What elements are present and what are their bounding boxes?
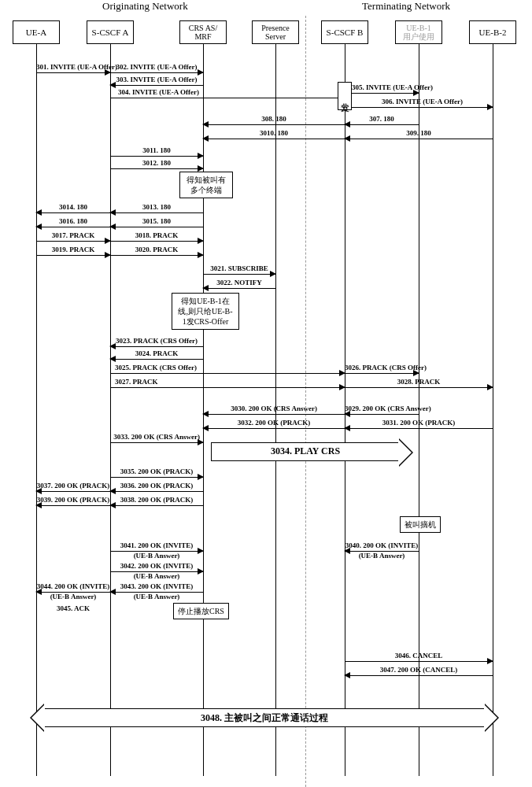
msg-3024: 3024. PRACK <box>110 351 203 360</box>
lane-ue-b-2: UE-B-2 <box>469 20 516 44</box>
msg-306: 306. INVITE (UE-A Offer) <box>352 99 493 109</box>
lane-crs-as-mrf: CRS AS/ MRF <box>179 20 227 44</box>
msg-309: 309. 180 <box>345 131 493 140</box>
msg-301: 301. INVITE (UE-A Offer) <box>36 65 110 74</box>
lifeline-ue-b-2 <box>493 44 493 776</box>
msg-3031: 3031. 200 OK (PRACK) <box>345 420 493 430</box>
msg-303: 303. INVITE (UE-A Offer) <box>110 77 203 87</box>
msg-307: 307. 180 <box>345 116 419 126</box>
msg-3026: 3026. PRACK (CRS Offer) <box>345 365 419 375</box>
msg-3041: 3041. 200 OK (INVITE)(UE-B Answer) <box>110 543 203 552</box>
msg-3014: 3014. 180 <box>36 205 110 214</box>
msg-3021: 3021. SUBSCRIBE <box>203 266 275 275</box>
msg-3018: 3018. PRACK <box>110 233 203 242</box>
note-ueb1-online: 得知UE-B-1在线,则只给UE-B-1发CRS-Offer <box>172 293 239 330</box>
msg-3038: 3038. 200 OK (PRACK) <box>110 497 203 507</box>
msg-3036: 3036. 200 OK (PRACK) <box>110 483 203 493</box>
msg-3027: 3027. PRACK <box>110 379 345 389</box>
note-stop-crs: 停止播放CRS <box>173 603 229 619</box>
note-hook-off: 被叫摘机 <box>400 516 441 533</box>
msg-3025: 3025. PRACK (CRS Offer) <box>110 365 345 375</box>
msg-305: 305. INVITE (UE-A Offer) <box>352 85 419 94</box>
msg-3028: 3028. PRACK <box>345 379 493 389</box>
msg-3012: 3012. 180 <box>110 161 203 170</box>
msg-3015: 3015. 180 <box>110 219 203 228</box>
msg-3020: 3020. PRACK <box>110 247 203 257</box>
note-multi-terminal: 得知被叫有多个终端 <box>179 172 233 198</box>
msg-3037: 3037. 200 OK (PRACK) <box>36 483 110 493</box>
play-crs-arrow: 3034. PLAY CRS <box>211 442 400 461</box>
msg-3017: 3017. PRACK <box>36 233 110 242</box>
lane-s-cscf-a: S-CSCF A <box>87 20 134 44</box>
msg-3039: 3039. 200 OK (PRACK) <box>36 497 110 507</box>
lane-ue-b-1: UE-B-1 用户使用 <box>395 20 442 44</box>
msg-3046: 3046. CANCEL <box>345 653 493 663</box>
msg-3035: 3035. 200 OK (PRACK) <box>110 469 203 478</box>
msg-3013: 3013. 180 <box>110 205 203 214</box>
msg-304: 304. INVITE (UE-A Offer) <box>110 90 345 99</box>
lifeline-ue-a <box>36 44 37 776</box>
terminating-network-label: Terminating Network <box>362 0 450 13</box>
lane-presence-server: Presence Server <box>252 20 299 44</box>
msg-3030: 3030. 200 OK (CRS Answer) <box>203 406 345 416</box>
normal-call-arrow: 3048. 主被叫之间正常通话过程 <box>30 708 499 727</box>
lane-s-cscf-b: S-CSCF B <box>321 20 368 44</box>
lane-ue-a: UE-A <box>13 20 60 44</box>
msg-3043: 3043. 200 OK (INVITE)(UE-B Answer) <box>110 584 203 593</box>
msg-308: 308. 180 <box>203 116 345 126</box>
msg-3032: 3032. 200 OK (PRACK) <box>203 420 345 430</box>
msg-3019: 3019. PRACK <box>36 247 110 257</box>
msg-302: 302. INVITE (UE-A Offer) <box>110 65 203 74</box>
msg-3044: 3044. 200 OK (INVITE)(UE-B Answer) <box>36 584 110 593</box>
msg-3042: 3042. 200 OK (INVITE)(UE-B Answer) <box>110 563 203 573</box>
msg-3040: 3040. 200 OK (INVITE)(UE-B Answer) <box>345 543 419 552</box>
msg-3022: 3022. NOTIFY <box>203 280 275 290</box>
fork-box: 分支 <box>338 82 352 110</box>
originating-network-label: Originating Network <box>102 0 188 13</box>
msg-3029: 3029. 200 OK (CRS Answer) <box>345 406 419 416</box>
msg-3047: 3047. 200 OK (CANCEL) <box>345 667 493 677</box>
msg-3016: 3016. 180 <box>36 219 110 228</box>
msg-3033: 3033. 200 OK (CRS Answer) <box>110 434 203 444</box>
sequence-diagram: Originating Network Terminating Network … <box>8 0 524 787</box>
msg-3045: 3045. ACK <box>36 606 110 615</box>
msg-3023: 3023. PRACK (CRS Offer) <box>110 338 203 348</box>
msg-3011: 3011. 180 <box>110 148 203 157</box>
msg-3010: 3010. 180 <box>203 131 345 140</box>
